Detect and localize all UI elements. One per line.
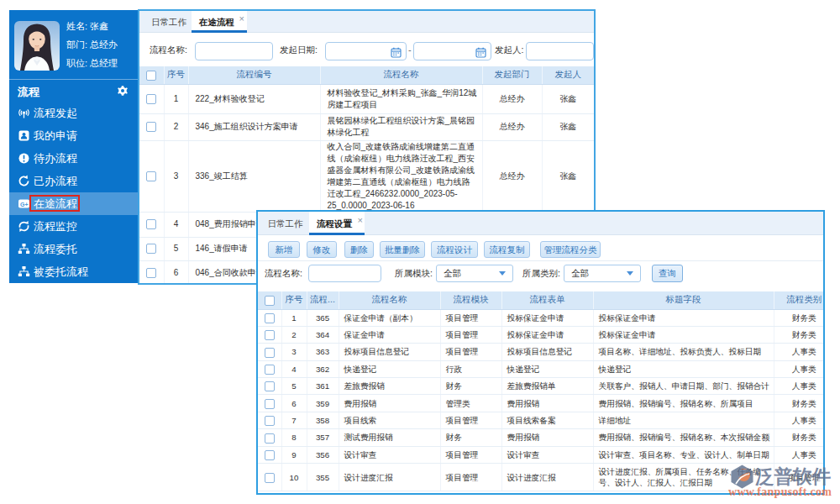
avatar [14, 21, 60, 71]
todo-exclamation-icon [18, 152, 30, 165]
profile-title: 职位: 总经理 [66, 54, 118, 72]
table-row[interactable]: 6 359 费用报销 管理类 费用报销 费用报销、报销编号、报销名称、所属项目 … [258, 395, 825, 412]
process-design-button[interactable]: 流程设计 [431, 241, 478, 258]
query-button[interactable]: 查询 [652, 265, 683, 282]
col-header-process-module[interactable]: 流程模块 [440, 291, 501, 309]
col-header-no[interactable]: 序号 [164, 66, 188, 84]
process-settings-table: 序号 流程... 流程名称 流程模块 流程表单 标题字段 流程类别 1 365 … [258, 291, 825, 491]
svg-text:G+: G+ [20, 202, 29, 207]
process-name-label: 流程名称: [150, 45, 187, 56]
profile-card: 姓名: 张鑫 部门: 总经办 职位: 总经理 [9, 10, 138, 79]
sidebar-item-todo-processes[interactable]: 待办流程 [9, 147, 138, 170]
date-range-separator: - [408, 45, 412, 55]
done-redo-arrow-icon [18, 175, 30, 187]
module-select[interactable]: 全部 [436, 265, 513, 282]
row-checkbox[interactable] [265, 348, 275, 358]
delete-button[interactable]: 删除 [344, 241, 374, 258]
tab-in-transit-processes[interactable]: 在途流程 × [192, 11, 247, 32]
row-checkbox[interactable] [265, 450, 275, 460]
sitemap-icon [18, 265, 30, 278]
my-application-icon [18, 129, 30, 142]
col-header-title-fields[interactable]: 标题字段 [593, 291, 774, 309]
row-checkbox[interactable] [146, 244, 156, 254]
table-row[interactable]: 2 346_施工组织设计方案申请 晨铭园林绿化工程组织设计方案_晨铭园林绿化工程… [139, 113, 594, 140]
table-row[interactable]: 7 358 项目线索 项目管理 项目线索备案 详细地址 人事类 [258, 412, 825, 428]
table-header-row: 序号 流程编号 流程名称 发起部门 发起人 [139, 66, 594, 84]
sidebar-item-in-transit-processes[interactable]: G+ 在途流程 [9, 192, 138, 215]
edit-button[interactable]: 修改 [307, 241, 337, 258]
select-all-checkbox[interactable] [146, 71, 156, 81]
col-header-process-category[interactable]: 流程类别 [774, 291, 825, 309]
row-checkbox[interactable] [265, 365, 275, 375]
start-date-from-input[interactable] [325, 42, 407, 60]
initiator-input[interactable] [526, 42, 594, 60]
process-name-input[interactable] [308, 265, 381, 282]
row-checkbox[interactable] [265, 399, 275, 409]
col-header-process-code[interactable]: 流程编号 [188, 66, 320, 84]
sidebar-item-process-start[interactable]: 流程发起 [9, 102, 138, 124]
process-settings-window: 日常工作 流程设置 × 新增 修改 删除 批量删除 流程设计 流程复制 管理流程… [256, 210, 825, 495]
table-row[interactable]: 3 363 投标项目信息登记 项目管理 投标项目信息登记 项目名称、详细地址、投… [258, 344, 825, 360]
add-button[interactable]: 新增 [268, 241, 300, 258]
sidebar-item-my-applications[interactable]: 我的申请 [9, 124, 138, 147]
close-icon[interactable]: × [239, 14, 244, 23]
calendar-icon[interactable] [475, 46, 486, 57]
tab-process-settings[interactable]: 流程设置 × [309, 212, 365, 234]
sidebar-item-process-monitor[interactable]: 流程监控 [9, 215, 138, 238]
col-header-process-code[interactable]: 流程... [307, 291, 339, 309]
table-row[interactable]: 1 365 保证金申请（副本） 项目管理 投标保证金申请 投标保证金申请 财务类 [258, 309, 825, 326]
col-header-process-form[interactable]: 流程表单 [501, 291, 593, 309]
col-header-no[interactable]: 序号 [281, 291, 307, 309]
profile-name: 姓名: 张鑫 [66, 17, 118, 35]
col-header-process-name[interactable]: 流程名称 [339, 291, 440, 309]
start-date-label: 发起日期: [280, 45, 318, 56]
select-all-checkbox[interactable] [265, 296, 275, 306]
in-transit-icon: G+ [18, 197, 30, 210]
calendar-icon[interactable] [391, 46, 402, 57]
sidebar-item-delegated-processes[interactable]: 被委托流程 [9, 260, 138, 283]
sidebar-item-done-processes[interactable]: 已办流程 [9, 170, 138, 192]
col-header-initiator[interactable]: 发起人 [542, 66, 594, 84]
row-checkbox[interactable] [265, 313, 275, 323]
start-date-to-input[interactable] [413, 42, 491, 60]
row-checkbox[interactable] [146, 268, 156, 278]
table-row[interactable]: 9 356 设计审查 项目管理 设计审查 设计审查、项目名称、专业、设计人、制单… [258, 446, 825, 463]
window2-search-bar: 流程名称: 所属模块: 全部 所属类别: 全部 查询 [258, 261, 823, 291]
col-header-start-dept[interactable]: 发起部门 [482, 66, 542, 84]
table-row[interactable]: 1 222_材料验收登记 材料验收登记_材料采购_张鑫_华润12城房建工程项目 … [139, 84, 594, 113]
row-checkbox[interactable] [265, 473, 275, 483]
process-name-input[interactable] [195, 42, 273, 60]
process-copy-button[interactable]: 流程复制 [484, 241, 530, 258]
window2-toolbar: 新增 修改 删除 批量删除 流程设计 流程复制 管理流程分类 [258, 235, 823, 261]
row-checkbox[interactable] [265, 330, 275, 340]
table-row[interactable]: 4 362 快递登记 行政 快递登记 快递登记 人事类 [258, 360, 825, 377]
tab-daily-work[interactable]: 日常工作 [261, 212, 309, 234]
profile-dept: 部门: 总经办 [66, 35, 118, 54]
batch-delete-button[interactable]: 批量删除 [380, 241, 425, 258]
table-row[interactable]: 5 361 差旅费报销 财务 差旅费报销单 关联客户、报销人、申请日期、部门、报… [258, 378, 825, 395]
process-name-label: 流程名称: [265, 268, 302, 280]
manage-process-category-button[interactable]: 管理流程分类 [540, 241, 601, 258]
broadcast-icon [18, 107, 30, 119]
row-checkbox[interactable] [146, 122, 156, 132]
close-icon[interactable]: × [358, 216, 363, 224]
table-row[interactable]: 2 364 保证金申请 项目管理 投标保证金申请 投标保证金申请 财务类 [258, 326, 825, 343]
col-header-process-name[interactable]: 流程名称 [320, 66, 482, 84]
sidebar: 姓名: 张鑫 部门: 总经办 职位: 总经理 流程 流程发起 我的申请 [9, 10, 138, 283]
sidebar-item-process-delegate[interactable]: 流程委托 [9, 238, 138, 260]
table-row[interactable]: 10 355 设计进度汇报 项目管理 设计进度汇报 设计进度汇报、所属项目、任务… [258, 464, 825, 491]
row-checkbox[interactable] [146, 94, 156, 104]
row-checkbox[interactable] [265, 416, 275, 426]
category-select[interactable]: 全部 [564, 265, 641, 282]
gear-icon[interactable] [117, 85, 129, 97]
row-checkbox[interactable] [146, 219, 156, 229]
row-checkbox[interactable] [265, 381, 275, 391]
table-row[interactable]: 3 336_竣工结算 收入合同_改建铁路成渝线增建第二直通线（成渝枢纽）电力线路… [139, 140, 594, 212]
table-row[interactable]: 8 357 测试费用报销 财务 费用报销 费用报销、报销编号、报销名称、本次报销… [258, 429, 825, 446]
row-checkbox[interactable] [146, 171, 156, 181]
module-label: 所属模块: [395, 268, 433, 280]
tab-daily-work[interactable]: 日常工作 [146, 11, 192, 32]
row-checkbox[interactable] [265, 433, 275, 444]
sidebar-menu: 流程发起 我的申请 待办流程 已办流程 G+ 在途流程 [9, 102, 138, 283]
chevron-down-icon [627, 271, 633, 276]
